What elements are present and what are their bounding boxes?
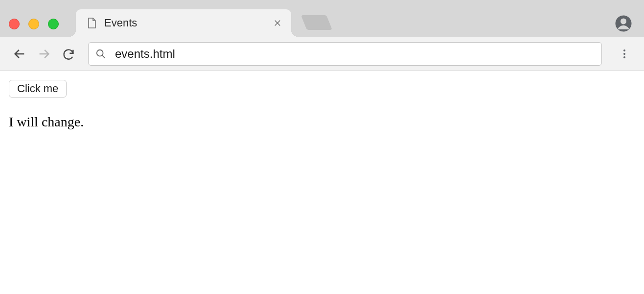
forward-button xyxy=(34,44,54,64)
svg-line-7 xyxy=(102,55,105,58)
search-icon xyxy=(95,49,106,59)
address-bar[interactable]: events.html xyxy=(88,42,602,66)
svg-point-10 xyxy=(623,56,625,58)
back-button[interactable] xyxy=(10,44,29,64)
window-maximize-button[interactable] xyxy=(48,19,59,29)
browser-tab-active[interactable]: Events xyxy=(76,9,291,37)
profile-icon[interactable] xyxy=(615,15,632,32)
svg-point-3 xyxy=(621,19,626,24)
reload-button[interactable] xyxy=(59,44,78,64)
new-tab-button[interactable] xyxy=(301,15,332,30)
page-viewport: Click me I will change. xyxy=(0,71,644,139)
svg-point-6 xyxy=(97,49,103,56)
address-bar-text: events.html xyxy=(115,47,175,61)
file-icon xyxy=(86,17,97,29)
browser-tab-strip: Events xyxy=(0,0,644,37)
menu-button[interactable] xyxy=(615,44,634,64)
browser-toolbar: events.html xyxy=(0,37,644,71)
window-minimize-button[interactable] xyxy=(28,19,39,29)
page-paragraph: I will change. xyxy=(9,114,635,130)
click-me-button[interactable]: Click me xyxy=(9,80,67,98)
tab-title: Events xyxy=(104,17,274,29)
close-icon[interactable] xyxy=(274,19,281,27)
window-close-button[interactable] xyxy=(9,19,20,29)
svg-point-9 xyxy=(623,53,625,55)
svg-point-8 xyxy=(623,49,625,51)
window-controls xyxy=(9,19,59,29)
